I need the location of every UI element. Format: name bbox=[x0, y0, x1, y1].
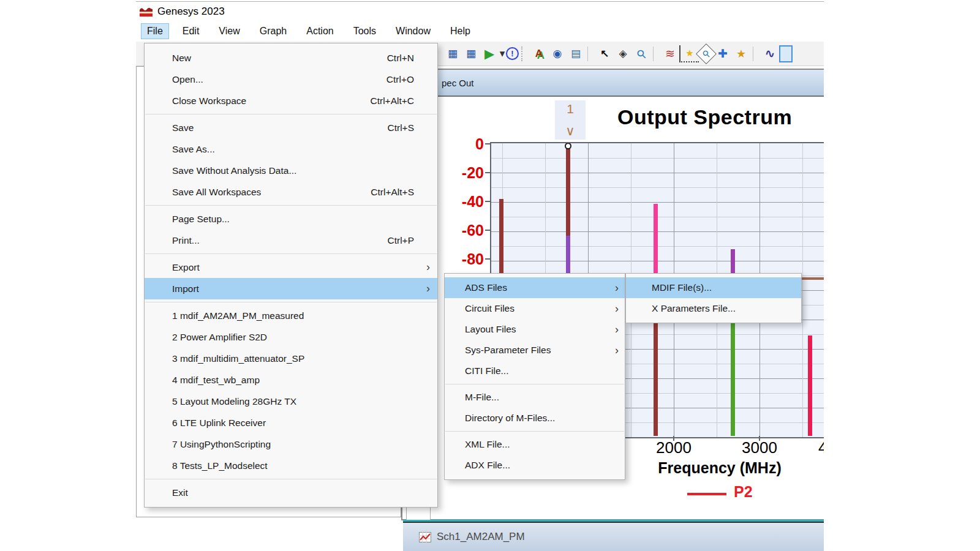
import-item-m-file[interactable]: M-File... bbox=[445, 387, 625, 408]
file-menu-item-save[interactable]: SaveCtrl+S bbox=[145, 117, 437, 138]
menu-separator bbox=[145, 114, 437, 114]
menu-tools[interactable]: Tools bbox=[347, 23, 382, 39]
toolbar-separator bbox=[653, 47, 658, 61]
menu-separator bbox=[445, 384, 624, 384]
file-menu-item-open[interactable]: Open...Ctrl+O bbox=[145, 69, 437, 90]
y-axis-tick bbox=[485, 172, 490, 173]
import-item-directory-of-m-files[interactable]: Directory of M-Files... bbox=[445, 408, 625, 429]
file-menu-item-save-as[interactable]: Save As... bbox=[145, 138, 437, 160]
submenu-arrow-icon: › bbox=[611, 323, 619, 336]
app-titlebar: Genesys 2023 bbox=[140, 4, 225, 19]
visibility-eye-icon[interactable]: ◉ bbox=[548, 46, 567, 62]
annotation-icon[interactable]: A bbox=[530, 46, 548, 62]
genesys-logo-icon bbox=[140, 7, 153, 17]
trace-line-icon[interactable]: ∿ bbox=[761, 46, 779, 62]
waveform-icon[interactable]: ≋ bbox=[661, 46, 679, 62]
y-tick-label-80: -80 bbox=[437, 250, 484, 268]
graph-window-titlebar[interactable]: pec Out bbox=[402, 70, 824, 97]
file-menu-item-save-all-workspaces[interactable]: Save All WorkspacesCtrl+Alt+S bbox=[145, 181, 437, 203]
menubar: File Edit View Graph Action Tools Window… bbox=[141, 22, 477, 40]
import-item-circuit-files[interactable]: Circuit Files› bbox=[445, 298, 625, 319]
file-menu-item-new[interactable]: NewCtrl+N bbox=[145, 47, 437, 69]
file-menu-item-recent-7[interactable]: 7 UsingPythonScripting bbox=[145, 433, 437, 455]
gridline-horizontal bbox=[491, 202, 824, 203]
menu-action[interactable]: Action bbox=[300, 23, 339, 39]
submenu-arrow-icon: › bbox=[423, 261, 430, 274]
marker-number: 1 bbox=[567, 102, 574, 116]
run-dropdown-icon[interactable]: ▾ bbox=[499, 46, 506, 62]
menu-separator bbox=[145, 302, 437, 302]
menu-separator bbox=[445, 431, 624, 432]
star-rotate-icon[interactable]: ★ bbox=[732, 46, 750, 62]
gridline-horizontal bbox=[491, 187, 824, 188]
submenu-arrow-icon: › bbox=[611, 302, 619, 315]
app-title: Genesys 2023 bbox=[157, 6, 225, 18]
file-menu-item-page-setup[interactable]: Page Setup... bbox=[145, 208, 437, 230]
file-menu-item-recent-5[interactable]: 5 Layout Modeling 28GHz TX bbox=[145, 391, 437, 412]
stop-analysis-icon[interactable]: ! bbox=[506, 47, 519, 60]
import-item-xml-file[interactable]: XML File... bbox=[445, 434, 625, 455]
file-menu-item-export[interactable]: Export› bbox=[145, 257, 437, 278]
submenu-arrow-icon: › bbox=[611, 282, 619, 294]
file-menu-item-recent-6[interactable]: 6 LTE Uplink Receiver bbox=[145, 412, 437, 433]
marker-circle[interactable] bbox=[565, 143, 571, 149]
zoom-icon[interactable]: ⚲ bbox=[629, 42, 654, 66]
x-axis-tick bbox=[673, 436, 674, 441]
menu-separator bbox=[145, 253, 437, 254]
y-axis-tick bbox=[485, 230, 490, 231]
tile-grid-icon[interactable]: ▦ bbox=[462, 46, 480, 62]
schematic-window-titlebar[interactable]: Sch1_AM2AM_PM bbox=[403, 523, 824, 551]
menu-edit[interactable]: Edit bbox=[176, 23, 206, 39]
tile-windows-icon[interactable]: ▦ bbox=[443, 46, 462, 62]
import-item-citi-file[interactable]: CITI File... bbox=[445, 361, 625, 381]
import-item-layout-files[interactable]: Layout Files› bbox=[445, 319, 625, 340]
gridline-vertical bbox=[802, 143, 803, 437]
file-menu-item-exit[interactable]: Exit bbox=[145, 482, 437, 503]
toolbar-separator bbox=[587, 47, 593, 61]
clipped-edge-icon[interactable] bbox=[779, 45, 793, 62]
file-menu-item-recent-3[interactable]: 3 mdif_multidim_attenuator_SP bbox=[145, 348, 437, 369]
menu-window[interactable]: Window bbox=[390, 23, 437, 39]
import-item-sys-parameter-files[interactable]: Sys-Parameter Files› bbox=[445, 340, 625, 361]
file-menu-item-import[interactable]: Import› bbox=[145, 278, 437, 299]
schematic-window: Sch1_AM2AM_PM bbox=[403, 520, 824, 551]
gridline-horizontal bbox=[491, 158, 824, 159]
submenu-arrow-icon: › bbox=[611, 344, 619, 357]
gridline-horizontal bbox=[491, 173, 824, 173]
file-menu-item-close-workspace[interactable]: Close WorkspaceCtrl+Alt+C bbox=[145, 90, 437, 111]
y-axis-tick bbox=[485, 143, 490, 144]
file-menu-item-save-without-analysis-data[interactable]: Save Without Analysis Data... bbox=[145, 160, 437, 181]
properties-form-icon[interactable]: ▤ bbox=[567, 46, 585, 62]
menu-view[interactable]: View bbox=[213, 23, 246, 39]
file-menu-item-recent-1[interactable]: 1 mdif_AM2AM_PM_measured bbox=[145, 305, 437, 326]
import-item-adx-file[interactable]: ADX File... bbox=[445, 455, 625, 476]
x-tick-label-4000-clipped: 4000 bbox=[818, 438, 824, 457]
ads-item-x-parameters-file[interactable]: X Parameters File... bbox=[626, 298, 801, 319]
y-tick-label-40: -40 bbox=[437, 193, 484, 211]
menu-separator bbox=[145, 479, 437, 479]
menu-help[interactable]: Help bbox=[444, 23, 477, 39]
marker-arrow-icon: ∨ bbox=[565, 124, 575, 138]
schematic-chart-icon bbox=[419, 532, 431, 542]
ads-files-submenu: MDIF File(s)... X Parameters File... bbox=[625, 273, 802, 323]
x-axis-tick bbox=[759, 436, 760, 441]
menu-file[interactable]: File bbox=[141, 23, 169, 39]
import-submenu: ADS Files› Circuit Files› Layout Files› … bbox=[444, 273, 625, 480]
ads-item-mdif-files[interactable]: MDIF File(s)... bbox=[626, 277, 801, 298]
file-menu-item-print[interactable]: Print...Ctrl+P bbox=[145, 230, 437, 251]
y-tick-label-20: -20 bbox=[437, 164, 484, 182]
menu-graph[interactable]: Graph bbox=[254, 23, 293, 39]
select-cursor-icon[interactable]: ↖ bbox=[595, 46, 614, 62]
marker-1-label[interactable]: 1 ∨ bbox=[555, 100, 586, 140]
file-menu-item-recent-2[interactable]: 2 Power Amplifier S2D bbox=[145, 326, 437, 348]
file-menu-item-recent-4[interactable]: 4 mdif_test_wb_amp bbox=[145, 369, 437, 391]
legend-line-swatch bbox=[687, 493, 726, 495]
y-tick-label-0: 0 bbox=[437, 135, 484, 153]
graph-window-title: pec Out bbox=[442, 78, 474, 88]
run-analysis-icon[interactable]: ▶ bbox=[480, 46, 499, 62]
import-item-ads-files[interactable]: ADS Files› bbox=[445, 277, 625, 298]
file-menu-item-recent-8[interactable]: 8 Tests_LP_Modselect bbox=[145, 455, 437, 476]
y-axis-tick bbox=[485, 201, 490, 202]
submenu-arrow-icon: › bbox=[423, 282, 430, 295]
top-border-line bbox=[136, 1, 824, 2]
